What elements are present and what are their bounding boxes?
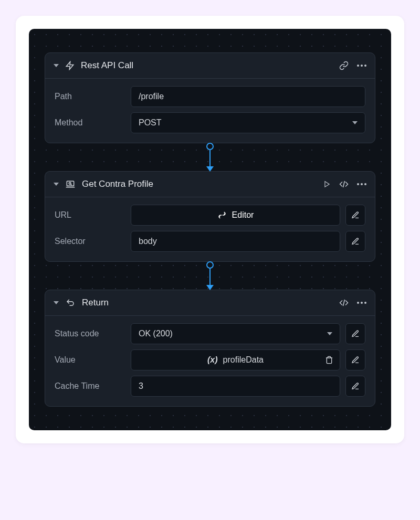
url-label: URL xyxy=(55,210,125,220)
lightning-icon xyxy=(65,61,75,70)
path-input[interactable]: /profile xyxy=(131,86,365,107)
node-body: Status code OK (200) Value (x) profileDa… xyxy=(45,316,375,406)
variable-name: profileData xyxy=(223,355,264,365)
value-variable[interactable]: (x) profileData xyxy=(131,349,340,370)
connector xyxy=(45,261,375,290)
variable-icon: (x) xyxy=(207,355,218,365)
node-body: Path /profile Method POST xyxy=(45,79,375,143)
edit-button[interactable] xyxy=(345,205,365,226)
node-get-profile[interactable]: Get Contra Profile URL Editor xyxy=(45,171,375,262)
node-rest-api[interactable]: Rest API Call Path /profile Method POST xyxy=(45,52,375,143)
status-label: Status code xyxy=(55,329,125,338)
selector-label: Selector xyxy=(55,237,125,246)
node-title: Return xyxy=(82,298,333,308)
svg-line-4 xyxy=(343,300,345,306)
more-icon[interactable] xyxy=(357,65,366,67)
return-icon xyxy=(65,298,76,307)
chevron-down-icon xyxy=(352,121,358,124)
edit-button[interactable] xyxy=(345,323,365,344)
method-value: POST xyxy=(139,118,162,128)
node-header: Return xyxy=(45,290,375,316)
more-icon[interactable] xyxy=(357,183,366,185)
workflow-canvas[interactable]: Rest API Call Path /profile Method POST xyxy=(29,29,391,430)
trash-icon[interactable] xyxy=(325,356,333,364)
node-header: Rest API Call xyxy=(45,53,375,79)
node-header: Get Contra Profile xyxy=(45,172,375,197)
link-icon[interactable] xyxy=(339,61,349,70)
node-body: URL Editor Selector body xyxy=(45,197,375,261)
node-title: Get Contra Profile xyxy=(82,179,317,189)
connector-dot[interactable] xyxy=(206,261,214,269)
edit-button[interactable] xyxy=(345,376,365,397)
laptop-search-icon xyxy=(65,179,76,189)
code-icon[interactable] xyxy=(339,298,349,307)
chevron-down-icon xyxy=(327,332,332,335)
cache-label: Cache Time xyxy=(55,381,125,391)
more-icon[interactable] xyxy=(357,302,366,304)
svg-line-3 xyxy=(343,181,345,187)
status-select[interactable]: OK (200) xyxy=(131,323,340,344)
connector-dot[interactable] xyxy=(206,143,214,150)
outer-frame: Rest API Call Path /profile Method POST xyxy=(16,16,404,443)
svg-point-1 xyxy=(69,183,71,185)
chevron-down-icon[interactable] xyxy=(54,64,59,67)
editor-text: Editor xyxy=(232,210,254,220)
node-title: Rest API Call xyxy=(81,60,333,71)
cache-input[interactable]: 3 xyxy=(131,376,340,397)
node-return[interactable]: Return Status code OK (200) xyxy=(45,290,375,407)
connector xyxy=(45,143,375,172)
svg-marker-2 xyxy=(325,182,329,187)
value-label: Value xyxy=(55,355,125,365)
edit-button[interactable] xyxy=(345,231,365,252)
method-select[interactable]: POST xyxy=(131,112,365,133)
code-icon[interactable] xyxy=(339,179,349,189)
url-editor-button[interactable]: Editor xyxy=(131,205,340,226)
play-icon[interactable] xyxy=(323,181,331,188)
edit-button[interactable] xyxy=(345,349,365,370)
path-label: Path xyxy=(55,92,125,101)
svg-rect-0 xyxy=(67,181,74,186)
status-value: OK (200) xyxy=(139,329,173,338)
selector-input[interactable]: body xyxy=(131,231,340,252)
chevron-down-icon[interactable] xyxy=(54,301,59,304)
method-label: Method xyxy=(55,118,125,128)
chevron-down-icon[interactable] xyxy=(54,183,59,186)
